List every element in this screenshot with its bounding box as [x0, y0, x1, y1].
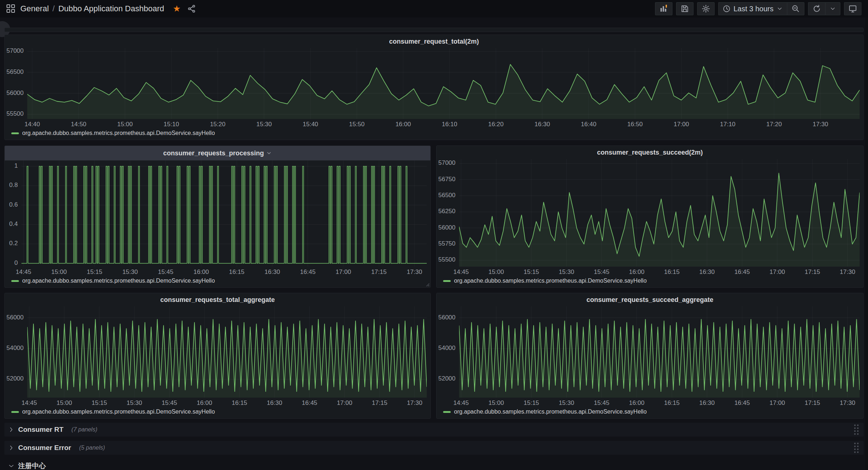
cycle-view-mode-button[interactable] [844, 2, 861, 15]
share-button[interactable] [186, 3, 197, 15]
x-axis-tick-label: 16:15 [664, 399, 680, 407]
top-navbar: General / Dubbo Application Dashboard ★ [0, 0, 868, 17]
x-axis-tick-label: 15:00 [51, 268, 67, 276]
x-axis-tick-label: 16:30 [699, 399, 715, 407]
x-axis-tick-label: 16:10 [442, 121, 457, 128]
x-axis-tick-label: 16:30 [535, 121, 550, 128]
save-dashboard-button[interactable] [676, 2, 694, 15]
dashboard-settings-button[interactable] [697, 2, 715, 15]
row-consumer-rt[interactable]: Consumer RT (7 panels) [4, 423, 864, 437]
clock-icon [723, 5, 731, 13]
x-axis-tick-label: 17:30 [840, 399, 855, 407]
refresh-icon [812, 4, 821, 13]
x-axis-tick-label: 16:00 [629, 268, 644, 276]
x-axis-tick-label: 16:50 [627, 121, 643, 128]
favorite-star-icon[interactable]: ★ [173, 4, 181, 13]
x-axis-tick-label: 15:00 [489, 399, 504, 407]
panel-title[interactable]: consumer_requests_succeed(2m) [437, 146, 863, 159]
x-axis-tick-label: 15:20 [210, 121, 226, 128]
x-axis-tick-label: 16:45 [302, 399, 317, 407]
plot-area[interactable] [459, 306, 860, 398]
row-consumer-error[interactable]: Consumer Error (5 panels) [4, 441, 864, 455]
y-axis-tick-label: 54000 [438, 344, 455, 352]
x-axis-tick-label: 16:30 [267, 399, 282, 407]
x-axis-tick-label: 17:30 [407, 268, 422, 276]
x-axis-tick-label: 15:45 [162, 399, 177, 407]
x-axis-tick-label: 14:45 [453, 268, 469, 276]
dashboard-title[interactable]: Dubbo Application Dashboard [58, 4, 164, 13]
y-axis-tick-label: 0.2 [9, 240, 18, 247]
y-axis-tick-label: 56500 [7, 68, 24, 76]
x-axis-tick-label: 17:20 [766, 121, 782, 128]
plot-area[interactable] [21, 160, 427, 267]
y-axis-tick-label: 57000 [438, 159, 455, 167]
apps-grid-icon[interactable] [7, 4, 15, 13]
plot-area[interactable] [27, 306, 427, 398]
panel-title[interactable]: consumer_requests_total_aggregate [5, 293, 430, 306]
plot-area[interactable] [27, 48, 860, 119]
row-registry-center[interactable]: 注册中心 [4, 459, 864, 470]
x-axis: 14:4515:0015:1515:3015:4516:0016:1516:30… [21, 267, 427, 276]
legend-item[interactable]: org.apache.dubbo.samples.metrics.prometh… [5, 276, 430, 287]
refresh-interval-dropdown[interactable] [825, 2, 840, 15]
panel-consumer-request-total: consumer_request_total(2m) 5550056000565… [4, 35, 864, 140]
x-axis-tick-label: 14:45 [453, 399, 469, 407]
x-axis-tick-label: 16:20 [488, 121, 504, 128]
refresh-button[interactable] [808, 2, 825, 15]
x-axis-tick-label: 17:30 [407, 399, 422, 407]
breadcrumb-section[interactable]: General [20, 4, 49, 13]
x-axis-tick-label: 16:00 [395, 121, 411, 128]
panel-consumer-requests-total-aggregate: consumer_requests_total_aggregate 520005… [4, 293, 431, 419]
row-title: 注册中心 [18, 461, 46, 470]
y-axis-tick-label: 56250 [438, 208, 455, 215]
plot-area[interactable] [459, 159, 860, 267]
panel-title[interactable]: consumer_requests_succeed_aggregate [437, 293, 863, 306]
x-axis-tick-label: 15:30 [559, 399, 574, 407]
x-axis-tick-label: 14:45 [16, 268, 31, 276]
x-axis-tick-label: 16:00 [197, 399, 212, 407]
x-axis-tick-label: 15:15 [92, 399, 107, 407]
row-drag-handle[interactable] [853, 423, 860, 436]
x-axis-tick-label: 15:15 [524, 268, 539, 276]
panel-title[interactable]: consumer_request_total(2m) [5, 35, 863, 48]
x-axis-tick-label: 17:30 [813, 121, 828, 128]
y-axis: 55500560005650057000 [5, 48, 27, 119]
save-icon [680, 4, 689, 13]
x-axis-tick-label: 15:15 [87, 268, 103, 276]
chevron-down-icon [829, 5, 836, 12]
x-axis: 14:4515:0015:1515:3015:4516:0016:1516:30… [459, 267, 860, 276]
legend-series-marker [11, 132, 19, 134]
share-icon [187, 4, 196, 13]
y-axis: 520005400056000 [437, 306, 459, 398]
x-axis-tick-label: 16:00 [629, 399, 644, 407]
zoom-out-icon [791, 4, 800, 13]
x-axis-tick-label: 15:30 [559, 268, 574, 276]
row-drag-handle[interactable] [853, 441, 860, 454]
x-axis-tick-label: 14:50 [71, 121, 87, 128]
add-panel-button[interactable] [655, 2, 672, 15]
row-title: Consumer RT [18, 426, 64, 434]
legend-series-marker [11, 280, 19, 282]
panel-resize-handle[interactable] [425, 282, 430, 287]
x-axis-tick-label: 15:40 [303, 121, 318, 128]
x-axis-tick-label: 16:00 [193, 268, 209, 276]
legend-series-marker [11, 411, 19, 413]
legend-item[interactable]: org.apache.dubbo.samples.metrics.prometh… [5, 129, 863, 140]
legend-series-marker [443, 411, 451, 413]
y-axis-tick-label: 55750 [438, 240, 455, 247]
legend-item[interactable]: org.apache.dubbo.samples.metrics.prometh… [437, 276, 863, 287]
y-axis-tick-label: 56000 [438, 314, 455, 321]
time-range-label: Last 3 hours [734, 5, 773, 13]
legend-item[interactable]: org.apache.dubbo.samples.metrics.prometh… [437, 407, 863, 418]
time-range-picker[interactable]: Last 3 hours [718, 2, 787, 15]
scrollbar-track[interactable] [865, 17, 868, 470]
y-axis-tick-label: 0.4 [9, 220, 18, 228]
x-axis-tick-label: 17:15 [372, 399, 387, 407]
x-axis-tick-label: 16:45 [734, 268, 750, 276]
panel-title[interactable]: consumer_requests_processing [5, 146, 430, 160]
legend-item[interactable]: org.apache.dubbo.samples.metrics.prometh… [5, 407, 430, 418]
y-axis: 520005400056000 [5, 306, 27, 398]
dashboard-canvas: consumer_request_total(2m) 5550056000565… [0, 17, 868, 470]
y-axis-tick-label: 54000 [7, 344, 24, 352]
zoom-out-time-button[interactable] [787, 2, 804, 15]
